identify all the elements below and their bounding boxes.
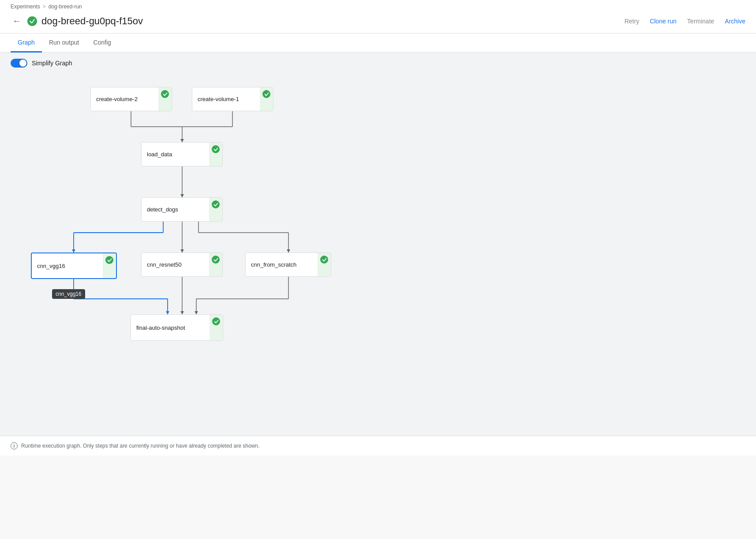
check-icon-detect-dogs [212, 200, 220, 208]
check-icon-final-auto-snapshot [212, 317, 220, 325]
node-label-cnn-vgg16: cnn_vgg16 [32, 253, 103, 278]
node-label-final-auto-snapshot: final-auto-snapshot [131, 315, 210, 340]
simplify-graph-label: Simplify Graph [32, 60, 72, 67]
check-icon-cnn-vgg16 [105, 256, 113, 264]
breadcrumb: Experiments > dog-breed-run [11, 0, 745, 11]
check-icon-create-volume-1 [262, 90, 270, 98]
check-icon-cnn-from-scratch [320, 256, 328, 264]
graph-nodes: create-volume-2 create-volume-1 load_dat… [0, 74, 756, 436]
check-icon-cnn-resnet50 [212, 256, 220, 264]
node-status-detect-dogs [209, 198, 222, 221]
node-detect-dogs[interactable]: detect_dogs [141, 197, 223, 222]
simplify-graph-toggle[interactable] [11, 59, 27, 68]
node-status-create-volume-1 [260, 87, 273, 111]
node-load-data[interactable]: load_data [141, 142, 223, 166]
footer: i Runtime execution graph. Only steps th… [0, 436, 756, 456]
node-status-cnn-vgg16 [103, 253, 116, 278]
footer-text: Runtime execution graph. Only steps that… [21, 443, 259, 449]
node-label-create-volume-1: create-volume-1 [192, 87, 260, 111]
archive-button[interactable]: Archive [725, 16, 745, 26]
info-icon: i [11, 442, 18, 449]
node-status-cnn-from-scratch [318, 253, 331, 276]
retry-button[interactable]: Retry [625, 16, 639, 26]
node-cnn-from-scratch[interactable]: cnn_from_scratch [245, 253, 331, 277]
node-status-load-data [209, 143, 222, 166]
node-label-detect-dogs: detect_dogs [142, 198, 209, 221]
status-success-icon [27, 16, 37, 26]
node-status-cnn-resnet50 [209, 253, 222, 276]
graph-area: create-volume-2 create-volume-1 load_dat… [0, 74, 756, 436]
node-tooltip: cnn_vgg16 [52, 289, 85, 299]
check-icon-create-volume-2 [161, 90, 169, 98]
tab-run-output[interactable]: Run output [42, 34, 86, 53]
breadcrumb-current: dog-breed-run [49, 4, 82, 10]
header: Experiments > dog-breed-run ← dog-breed-… [0, 0, 756, 34]
node-label-load-data: load_data [142, 143, 209, 166]
check-icon-load-data [212, 145, 220, 153]
tabs-row: Graph Run output Config [0, 34, 756, 53]
clone-run-button[interactable]: Clone run [650, 16, 677, 26]
node-label-cnn-resnet50: cnn_resnet50 [142, 253, 209, 276]
node-status-create-volume-2 [158, 87, 172, 111]
node-create-volume-1[interactable]: create-volume-1 [192, 87, 273, 111]
header-actions: Retry Clone run Terminate Archive [625, 16, 745, 26]
node-label-create-volume-2: create-volume-2 [91, 87, 158, 111]
back-button[interactable]: ← [11, 14, 23, 28]
breadcrumb-separator: > [43, 4, 46, 10]
tab-config[interactable]: Config [86, 34, 118, 53]
terminate-button[interactable]: Terminate [687, 16, 714, 26]
node-status-final-auto-snapshot [210, 315, 223, 340]
node-label-cnn-from-scratch: cnn_from_scratch [246, 253, 318, 276]
node-create-volume-2[interactable]: create-volume-2 [90, 87, 172, 111]
node-cnn-vgg16[interactable]: cnn_vgg16 [31, 253, 117, 279]
node-cnn-resnet50[interactable]: cnn_resnet50 [141, 253, 223, 277]
node-final-auto-snapshot[interactable]: final-auto-snapshot [131, 314, 223, 341]
title-left: ← dog-breed-gu0pq-f15ov [11, 14, 143, 28]
simplify-row: Simplify Graph [0, 53, 756, 74]
breadcrumb-parent[interactable]: Experiments [11, 4, 40, 10]
tab-graph[interactable]: Graph [11, 34, 42, 53]
page-title: dog-breed-gu0pq-f15ov [41, 15, 143, 27]
title-row: ← dog-breed-gu0pq-f15ov Retry Clone run … [11, 11, 745, 33]
